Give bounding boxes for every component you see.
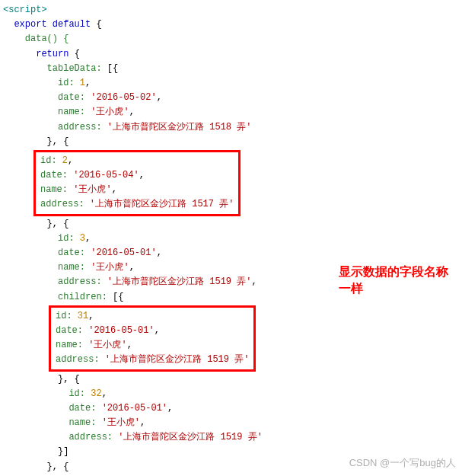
annotation-line2: 一样	[339, 280, 448, 297]
line-r1-addr: address: '上海市普陀区金沙江路 1518 弄'	[3, 120, 459, 135]
line-c31-id: id: 31,	[56, 309, 249, 324]
line-r2-id: id: 2,	[40, 154, 234, 168]
line-c32-name: name: '王小虎',	[3, 416, 459, 430]
line-c32-date: date: '2016-05-01',	[3, 401, 459, 416]
line-data-fn: data() {	[3, 32, 459, 46]
line-c31-date: date: '2016-05-01',	[56, 324, 249, 338]
line-script-open: <script>	[3, 3, 459, 18]
line-export: export default {	[3, 18, 459, 32]
line-c31-addr: address: '上海市普陀区金沙江路 1519 弄'	[56, 353, 249, 367]
line-r3-date: date: '2016-05-01',	[3, 246, 459, 260]
line-r2-name: name: '王小虎',	[40, 183, 234, 197]
line-r1-close: }, {	[3, 135, 459, 149]
code-block: <script> export default { data() { retur…	[3, 3, 459, 476]
highlight-box-1: id: 2, date: '2016-05-04', name: '王小虎', …	[33, 150, 241, 216]
line-r2-addr: address: '上海市普陀区金沙江路 1517 弄'	[40, 197, 234, 212]
line-r3-id: id: 3,	[3, 232, 459, 246]
line-r1-id: id: 1,	[3, 76, 459, 91]
line-c31-name: name: '王小虎',	[56, 338, 249, 353]
annotation-line1: 显示数据的字段名称	[339, 264, 448, 280]
line-c31-close: }, {	[3, 372, 459, 387]
watermark: CSDN @一个写bug的人	[349, 455, 456, 471]
annotation: 显示数据的字段名称 一样	[339, 264, 448, 298]
line-r1-date: date: '2016-05-02',	[3, 91, 459, 105]
highlight-box-2: id: 31, date: '2016-05-01', name: '王小虎',…	[49, 305, 256, 372]
line-return: return {	[3, 47, 459, 62]
line-r2-close: }, {	[3, 217, 459, 232]
line-c32-addr: address: '上海市普陀区金沙江路 1519 弄'	[3, 430, 459, 445]
line-c32-id: id: 32,	[3, 387, 459, 401]
line-r2-date: date: '2016-05-04',	[40, 168, 234, 183]
line-r1-name: name: '王小虎',	[3, 105, 459, 120]
line-tabledata: tableData: [{	[3, 62, 459, 76]
